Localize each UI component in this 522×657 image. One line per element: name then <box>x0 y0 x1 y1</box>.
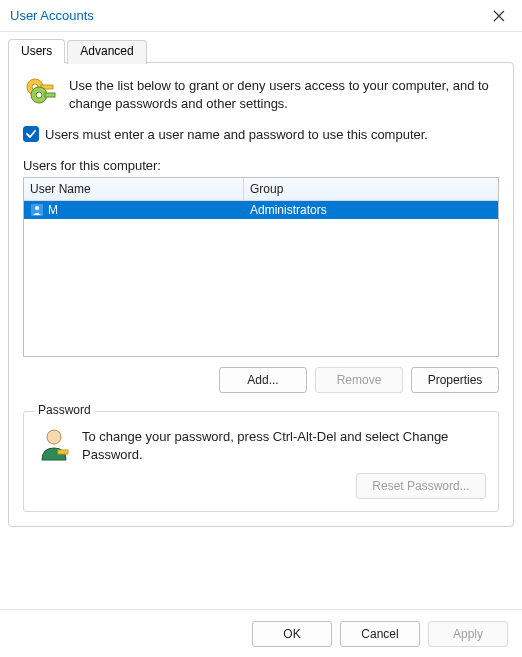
svg-point-8 <box>47 430 61 444</box>
intro-text: Use the list below to grant or deny user… <box>69 75 499 112</box>
cancel-button[interactable]: Cancel <box>340 621 420 647</box>
tabstrip: Users Advanced <box>0 32 522 62</box>
checkbox-box <box>23 126 39 142</box>
users-table-label: Users for this computer: <box>23 158 499 173</box>
users-table[interactable]: User Name Group M Administrators <box>23 177 499 357</box>
user-icon <box>30 203 44 217</box>
svg-rect-5 <box>45 93 55 97</box>
add-button[interactable]: Add... <box>219 367 307 393</box>
users-tabpanel: Use the list below to grant or deny user… <box>8 62 514 527</box>
reset-password-button: Reset Password... <box>356 473 486 499</box>
checkmark-icon <box>26 129 36 139</box>
properties-button[interactable]: Properties <box>411 367 499 393</box>
tab-users[interactable]: Users <box>8 39 65 63</box>
password-group-label: Password <box>34 403 95 417</box>
password-text: To change your password, press Ctrl-Alt-… <box>82 426 486 463</box>
user-buttons-row: Add... Remove Properties <box>23 367 499 393</box>
password-groupbox: Password To change your password, press … <box>23 411 499 512</box>
svg-point-4 <box>36 92 42 98</box>
users-keys-icon <box>23 75 59 111</box>
password-user-icon <box>36 426 72 462</box>
titlebar: User Accounts <box>0 0 522 32</box>
apply-button: Apply <box>428 621 508 647</box>
column-header-username[interactable]: User Name <box>24 178 244 200</box>
table-row[interactable]: M Administrators <box>24 201 498 219</box>
tab-advanced[interactable]: Advanced <box>67 40 146 64</box>
svg-point-7 <box>35 206 39 210</box>
require-login-label: Users must enter a user name and passwor… <box>45 127 428 142</box>
table-header: User Name Group <box>24 178 498 201</box>
row-username: M <box>48 203 58 217</box>
close-button[interactable] <box>476 0 522 32</box>
dialog-footer: OK Cancel Apply <box>0 609 522 657</box>
close-icon <box>493 10 505 22</box>
column-header-group[interactable]: Group <box>244 178 498 200</box>
row-group: Administrators <box>250 203 327 217</box>
intro-row: Use the list below to grant or deny user… <box>23 75 499 112</box>
require-login-checkbox[interactable]: Users must enter a user name and passwor… <box>23 126 499 142</box>
remove-button: Remove <box>315 367 403 393</box>
window-title: User Accounts <box>10 8 94 23</box>
svg-rect-9 <box>58 450 68 454</box>
ok-button[interactable]: OK <box>252 621 332 647</box>
